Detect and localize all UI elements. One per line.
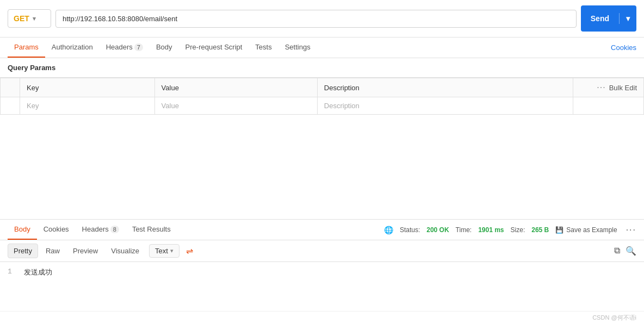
response-section: Body Cookies Headers8 Test Results 🌐 Sta…: [0, 220, 644, 324]
more-options-icon[interactable]: ···: [626, 225, 636, 235]
size-value: 265 B: [531, 226, 549, 234]
search-icon[interactable]: 🔍: [626, 246, 636, 256]
checkbox-col-header: [1, 78, 20, 97]
text-format-label: Text: [155, 247, 168, 255]
value-placeholder[interactable]: Value: [154, 97, 317, 115]
filter-icon[interactable]: ⇌: [186, 246, 193, 256]
tab-settings[interactable]: Settings: [278, 38, 317, 58]
method-chevron-icon: ▾: [33, 15, 36, 22]
resp-tab-headers[interactable]: Headers8: [76, 220, 126, 240]
resp-tab-test-results[interactable]: Test Results: [126, 220, 177, 240]
save-as-example-button[interactable]: 💾 Save as Example: [555, 226, 617, 234]
copy-icon[interactable]: ⧉: [614, 246, 620, 256]
query-params-header: Query Params: [0, 58, 644, 78]
params-table: Key Value Description ··· Bulk Edit Key …: [0, 78, 644, 115]
url-input[interactable]: [55, 10, 577, 28]
bulk-edit-col-header: ··· Bulk Edit: [573, 78, 644, 97]
format-tab-preview[interactable]: Preview: [67, 244, 103, 258]
method-select[interactable]: GET ▾: [8, 9, 51, 28]
tab-body[interactable]: Body: [150, 38, 179, 58]
format-bar: Pretty Raw Preview Visualize Text ▾ ⇌ ⧉ …: [0, 240, 644, 262]
globe-icon[interactable]: 🌐: [384, 226, 393, 234]
response-line: 1 发送成功: [8, 267, 636, 277]
row-checkbox-cell: [1, 97, 20, 115]
value-col-header: Value: [154, 78, 317, 97]
resp-tab-body[interactable]: Body: [8, 220, 37, 240]
time-label: Time:: [456, 226, 472, 234]
send-button[interactable]: Send ▾: [581, 5, 636, 32]
send-label: Send: [581, 10, 619, 27]
response-meta: 🌐 Status: 200 OK Time: 1901 ms Size: 265…: [384, 225, 636, 235]
request-body-area: [0, 115, 644, 219]
desc-col-header: Description: [317, 78, 573, 97]
send-arrow-icon[interactable]: ▾: [620, 10, 636, 27]
time-value: 1901 ms: [478, 226, 504, 234]
response-content: 1 发送成功: [0, 262, 644, 311]
tab-authorization[interactable]: Authorization: [45, 38, 100, 58]
cookies-link[interactable]: Cookies: [611, 43, 636, 52]
tab-headers[interactable]: Headers7: [100, 38, 150, 58]
desc-placeholder[interactable]: Description: [317, 97, 573, 115]
table-row: Key Value Description: [1, 97, 644, 115]
key-col-header: Key: [20, 78, 155, 97]
format-tab-raw[interactable]: Raw: [40, 244, 65, 258]
text-format-chevron-icon: ▾: [170, 247, 174, 254]
status-value: 200 OK: [426, 226, 449, 234]
status-label: Status:: [400, 226, 420, 234]
tab-pre-request[interactable]: Pre-request Script: [179, 38, 249, 58]
request-tabs: Params Authorization Headers7 Body Pre-r…: [0, 38, 644, 58]
row-actions-cell: [573, 97, 644, 115]
method-label: GET: [14, 14, 29, 23]
format-right-actions: ⧉ 🔍: [614, 246, 636, 256]
resp-tab-cookies[interactable]: Cookies: [37, 220, 76, 240]
save-icon: 💾: [555, 226, 564, 234]
text-format-dropdown[interactable]: Text ▾: [149, 244, 179, 258]
tab-tests[interactable]: Tests: [249, 38, 278, 58]
bulk-edit-label[interactable]: Bulk Edit: [609, 84, 637, 92]
size-label: Size:: [511, 226, 525, 234]
watermark: CSDN @何不语i: [0, 311, 644, 324]
table-more-icon[interactable]: ···: [597, 83, 605, 92]
line-content: 发送成功: [24, 267, 52, 277]
format-tab-pretty[interactable]: Pretty: [8, 244, 38, 258]
key-placeholder[interactable]: Key: [20, 97, 155, 115]
format-tab-visualize[interactable]: Visualize: [106, 244, 145, 258]
line-number: 1: [8, 267, 15, 277]
save-example-label: Save as Example: [566, 226, 617, 234]
response-tabs-bar: Body Cookies Headers8 Test Results 🌐 Sta…: [0, 220, 644, 240]
url-bar: GET ▾ Send ▾: [0, 0, 644, 38]
tab-params[interactable]: Params: [8, 38, 45, 58]
